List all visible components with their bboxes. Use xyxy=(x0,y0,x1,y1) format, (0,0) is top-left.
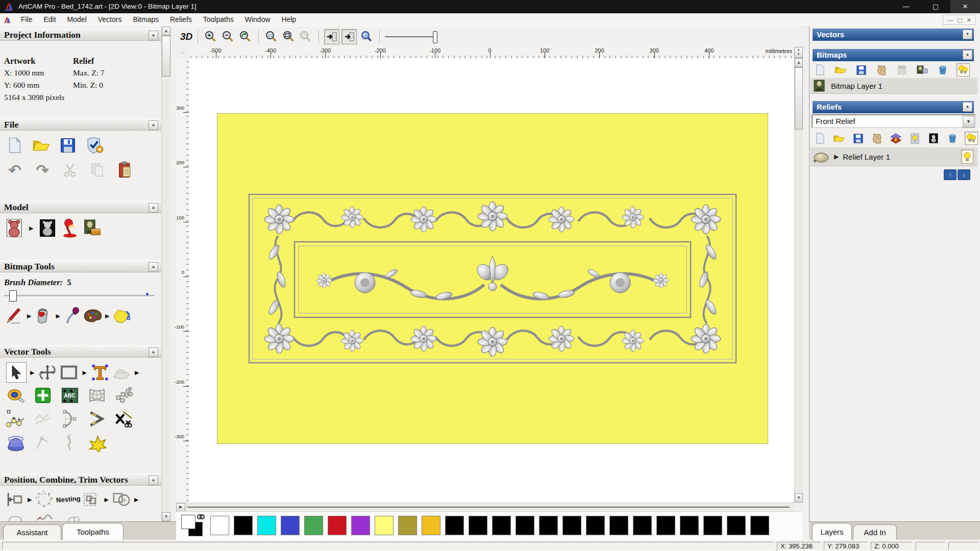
crumple-bitmap-icon[interactable] xyxy=(875,63,888,77)
rectangle-icon[interactable] xyxy=(59,363,79,382)
brush-slider-handle[interactable] xyxy=(9,290,17,302)
page-left-icon[interactable] xyxy=(324,29,339,44)
model-artboard[interactable] xyxy=(217,113,768,444)
menu-help[interactable]: Help xyxy=(276,13,302,26)
collapse-icon[interactable]: ▲ xyxy=(963,102,972,112)
colour-swatch[interactable] xyxy=(210,516,229,535)
page-right-icon[interactable] xyxy=(341,29,357,44)
clipped-tool-icon[interactable] xyxy=(64,512,82,521)
menu-toolpaths[interactable]: Toolpaths xyxy=(198,13,239,26)
stack-relief-icon[interactable] xyxy=(889,132,902,145)
flyout-arrow-icon[interactable]: ▶ xyxy=(30,369,34,376)
bitmaps-panel-header[interactable]: Bitmaps ▲ xyxy=(813,49,974,61)
scrollbar-thumb[interactable] xyxy=(795,67,803,130)
brush-diameter-slider[interactable] xyxy=(4,295,155,297)
minimize-button[interactable]: — xyxy=(891,0,921,13)
clipped-tool-icon[interactable] xyxy=(36,512,53,521)
reliefs-panel-header[interactable]: Reliefs ▲ xyxy=(813,101,974,113)
vector-tools-section-header[interactable]: Vector Tools ▲ xyxy=(0,345,161,358)
ruler-origin-icon[interactable]: ⁘ xyxy=(176,47,189,59)
scroll-left-icon[interactable]: ▶ xyxy=(176,503,185,512)
colour-swatch[interactable] xyxy=(586,516,605,535)
redo-icon[interactable]: ↷ xyxy=(33,160,52,180)
menu-edit[interactable]: Edit xyxy=(38,13,61,26)
collapse-icon[interactable]: ▲ xyxy=(149,31,158,40)
tab-assistant[interactable]: Assistant xyxy=(3,524,61,540)
flyout-arrow-icon[interactable]: ▶ xyxy=(28,496,32,503)
paint-bucket-icon[interactable] xyxy=(34,306,53,325)
visibility-bulbs-icon[interactable] xyxy=(957,63,970,77)
copy-icon[interactable] xyxy=(88,160,107,180)
new-file-icon[interactable] xyxy=(5,136,24,155)
colour-swatch[interactable] xyxy=(304,516,323,535)
position-combine-trim-header[interactable]: Position, Combine, Trim Vectors ▲ xyxy=(0,473,161,486)
link-colours-icon[interactable] xyxy=(197,513,205,520)
colour-swatch[interactable] xyxy=(656,516,675,535)
text-setup-icon[interactable]: ABC xyxy=(60,386,80,405)
save-bitmap-icon[interactable] xyxy=(854,63,868,77)
negative-relief-icon[interactable] xyxy=(927,132,940,145)
flyout-arrow-icon[interactable]: ▶ xyxy=(135,369,139,376)
colour-swatch[interactable] xyxy=(445,516,464,535)
transform-icon[interactable] xyxy=(38,363,57,382)
colour-picker-icon[interactable] xyxy=(63,306,82,325)
view-slider[interactable] xyxy=(385,30,438,43)
zoom-1to1-icon[interactable]: 1:1 xyxy=(264,29,279,44)
colour-swatch[interactable] xyxy=(750,516,769,535)
collapse-icon[interactable]: ▲ xyxy=(149,203,158,213)
paint-icon[interactable] xyxy=(5,306,24,325)
menu-vectors[interactable]: Vectors xyxy=(92,13,128,26)
flyout-arrow-icon[interactable]: ▶ xyxy=(134,496,138,503)
colour-swatch[interactable] xyxy=(328,516,347,535)
colour-swatch[interactable] xyxy=(281,516,300,535)
collapse-icon[interactable]: ▲ xyxy=(149,475,158,485)
colour-swatch[interactable] xyxy=(351,516,370,535)
collapse-icon[interactable]: ▲ xyxy=(149,262,158,272)
flyout-arrow-icon[interactable]: ▶ xyxy=(104,496,108,503)
expand-icon[interactable]: ▼ xyxy=(963,30,972,39)
set-model-size-icon[interactable] xyxy=(5,218,24,238)
ruler-options-icon[interactable]: ▲▼ xyxy=(794,47,803,58)
drawing-canvas[interactable] xyxy=(189,58,794,503)
file-section-header[interactable]: File ▲ xyxy=(0,118,161,131)
open-file-icon[interactable] xyxy=(32,136,51,155)
text-on-curve-icon[interactable]: textcurv xyxy=(35,490,54,509)
colour-swatch[interactable] xyxy=(516,516,534,535)
select-icon[interactable] xyxy=(6,362,27,383)
zoom-selection-icon[interactable] xyxy=(298,29,313,44)
scroll-up-icon[interactable]: ▲ xyxy=(795,58,803,67)
move-layer-down-button[interactable]: ↓ xyxy=(958,169,970,180)
new-bitmap-icon[interactable] xyxy=(814,63,827,77)
text-icon[interactable] xyxy=(90,363,110,382)
colour-swatch[interactable] xyxy=(257,516,276,535)
scroll-down-icon[interactable]: ▼ xyxy=(795,493,803,503)
canvas-vscrollbar[interactable]: ▲ ▼ xyxy=(794,58,803,503)
flyout-arrow-icon[interactable]: ▶ xyxy=(27,313,31,319)
open-bitmap-icon[interactable] xyxy=(834,63,847,77)
project-information-header[interactable]: Project Information ▲ xyxy=(0,29,161,41)
scrollbar-thumb[interactable] xyxy=(162,36,170,77)
colour-swatch[interactable] xyxy=(633,516,652,535)
lighting-icon[interactable] xyxy=(60,218,80,238)
model-section-header[interactable]: Model ▲ xyxy=(0,201,161,213)
angle-icon[interactable] xyxy=(33,433,53,452)
delete-relief-icon[interactable] xyxy=(946,132,959,145)
chevron-down-icon[interactable]: ▼ xyxy=(963,116,974,128)
visibility-bulbs-icon[interactable] xyxy=(965,132,978,145)
relief-layer-name[interactable]: Relief Layer 1 xyxy=(843,153,890,161)
bitmap-layer-row[interactable]: Bitmap Layer 1 xyxy=(811,78,977,94)
colour-swatch[interactable] xyxy=(422,516,440,535)
colour-swatch[interactable] xyxy=(375,516,394,535)
canvas-hscrollbar[interactable]: ▶ xyxy=(176,503,794,512)
menu-reliefs[interactable]: Reliefs xyxy=(164,13,198,26)
colour-swatch[interactable] xyxy=(609,516,628,535)
vectors-panel-header[interactable]: Vectors ▼ xyxy=(813,29,974,41)
star-icon[interactable] xyxy=(87,433,107,452)
delete-bitmap-icon[interactable] xyxy=(936,63,949,77)
colour-swatch[interactable] xyxy=(680,516,699,535)
new-relief-icon[interactable] xyxy=(814,132,827,145)
assistant-scrollbar[interactable]: ▲ ▼ xyxy=(161,27,170,521)
greyscale-model-icon[interactable] xyxy=(38,218,57,238)
bulb-page-icon[interactable] xyxy=(908,132,921,145)
tab-toolpaths[interactable]: Toolpaths xyxy=(62,523,124,540)
